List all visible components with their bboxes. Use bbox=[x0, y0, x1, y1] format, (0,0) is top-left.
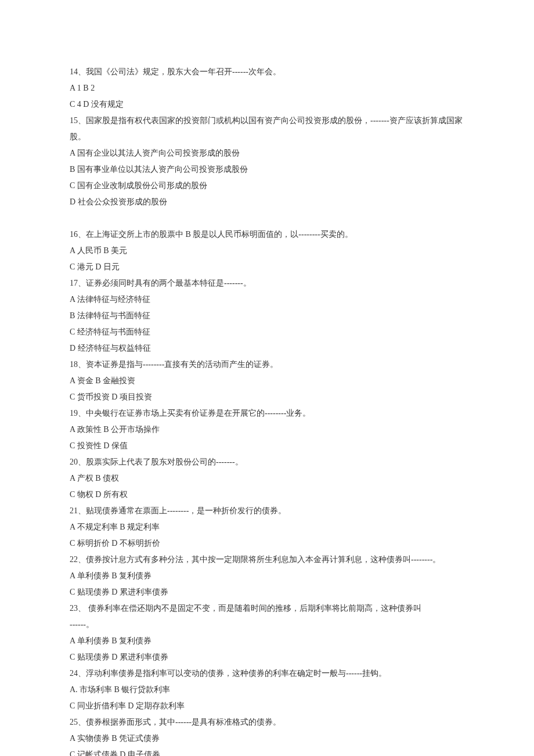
question-text: 16、在上海证交所上市的股票中 B 股是以人民币标明面值的，以--------买… bbox=[70, 226, 464, 243]
option-line: D 经济特征与权益特征 bbox=[70, 340, 464, 357]
question-15: 15、国家股是指有权代表国家的投资部门或机构以国有资产向公司投资形成的股份，--… bbox=[70, 113, 464, 210]
option-line: C 贴现债券 D 累进利率债券 bbox=[70, 649, 464, 665]
option-line: A 资金 B 金融投资 bbox=[70, 373, 464, 389]
option-line: A. 市场利率 B 银行贷款利率 bbox=[70, 682, 464, 698]
option-line: C 同业折借利率 D 定期存款利率 bbox=[70, 698, 464, 714]
option-line: C 经济特征与书面特征 bbox=[70, 324, 464, 340]
option-line: A 实物债券 B 凭证式债券 bbox=[70, 730, 464, 747]
option-line: A 1 B 2 bbox=[70, 80, 464, 96]
question-14: 14、我国《公司法》规定，股东大会一年召开------次年会。A 1 B 2C … bbox=[70, 64, 464, 113]
question-text: 20、股票实际上代表了股东对股份公司的-------。 bbox=[70, 454, 464, 470]
option-line: C 港元 D 日元 bbox=[70, 259, 464, 275]
question-text: 25、债券根据券面形式，其中------是具有标准格式的债券。 bbox=[70, 714, 464, 730]
option-line: A 单利债券 B 复利债券 bbox=[70, 568, 464, 584]
question-23: 23、 债券利率在偿还期内不是固定不变，而是随着时间的推移，后期利率将比前期高，… bbox=[70, 600, 464, 665]
option-line: C 贴现债券 D 累进利率债券 bbox=[70, 584, 464, 600]
question-17: 17、证券必须同时具有的两个最基本特征是-------。A 法律特征与经济特征B… bbox=[70, 275, 464, 357]
question-20: 20、股票实际上代表了股东对股份公司的-------。A 产权 B 债权C 物权… bbox=[70, 454, 464, 503]
question-text: 18、资本证券是指与--------直接有关的活动而产生的证券。 bbox=[70, 357, 464, 373]
question-text: 21、贴现债券通常在票面上--------，是一种折价发行的债券。 bbox=[70, 503, 464, 519]
option-line: C 投资性 D 保值 bbox=[70, 438, 464, 454]
document-body: 14、我国《公司法》规定，股东大会一年召开------次年会。A 1 B 2C … bbox=[70, 64, 464, 756]
blank-line bbox=[70, 210, 464, 226]
option-line: B 国有事业单位以其法人资产向公司投资形成股份 bbox=[70, 161, 464, 178]
question-text: 15、国家股是指有权代表国家的投资部门或机构以国有资产向公司投资形成的股份，--… bbox=[70, 113, 464, 145]
option-line: A 人民币 B 美元 bbox=[70, 243, 464, 259]
question-18: 18、资本证券是指与--------直接有关的活动而产生的证券。A 资金 B 金… bbox=[70, 357, 464, 405]
question-25: 25、债券根据券面形式，其中------是具有标准格式的债券。A 实物债券 B … bbox=[70, 714, 464, 756]
option-line: B 法律特征与书面特征 bbox=[70, 308, 464, 324]
question-22: 22、债券按计息方式有多种分法，其中按一定期限将所生利息加入本金再计算利息，这种… bbox=[70, 552, 464, 600]
question-21: 21、贴现债券通常在票面上--------，是一种折价发行的债券。A 不规定利率… bbox=[70, 503, 464, 552]
option-line: A 单利债券 B 复利债券 bbox=[70, 633, 464, 649]
option-line: C 国有企业改制成股份公司形成的股份 bbox=[70, 178, 464, 194]
question-text: 17、证券必须同时具有的两个最基本特征是-------。 bbox=[70, 275, 464, 291]
question-24: 24、浮动利率债券是指利率可以变动的债券，这种债券的利率在确定时一般与-----… bbox=[70, 665, 464, 714]
option-line: C 物权 D 所有权 bbox=[70, 487, 464, 503]
question-text: 19、中央银行在证券市场上买卖有价证券是在开展它的--------业务。 bbox=[70, 405, 464, 422]
option-line: ------。 bbox=[70, 617, 464, 633]
option-line: C 货币投资 D 项目投资 bbox=[70, 389, 464, 405]
option-line: A 国有企业以其法人资产向公司投资形成的股份 bbox=[70, 145, 464, 161]
option-line: C 标明折价 D 不标明折价 bbox=[70, 535, 464, 552]
question-text: 22、债券按计息方式有多种分法，其中按一定期限将所生利息加入本金再计算利息，这种… bbox=[70, 552, 464, 568]
question-text: 14、我国《公司法》规定，股东大会一年召开------次年会。 bbox=[70, 64, 464, 80]
option-line: C 4 D 没有规定 bbox=[70, 96, 464, 113]
question-text: 23、 债券利率在偿还期内不是固定不变，而是随着时间的推移，后期利率将比前期高，… bbox=[70, 600, 464, 617]
question-19: 19、中央银行在证券市场上买卖有价证券是在开展它的--------业务。A 政策… bbox=[70, 405, 464, 454]
option-line: A 法律特征与经济特征 bbox=[70, 291, 464, 308]
option-line: A 不规定利率 B 规定利率 bbox=[70, 519, 464, 535]
option-line: D 社会公众投资形成的股份 bbox=[70, 194, 464, 210]
option-line: C 记帐式债券 D 电子债券 bbox=[70, 747, 464, 756]
option-line: A 政策性 B 公开市场操作 bbox=[70, 422, 464, 438]
option-line: A 产权 B 债权 bbox=[70, 470, 464, 487]
question-text: 24、浮动利率债券是指利率可以变动的债券，这种债券的利率在确定时一般与-----… bbox=[70, 665, 464, 682]
question-16: 16、在上海证交所上市的股票中 B 股是以人民币标明面值的，以--------买… bbox=[70, 226, 464, 275]
